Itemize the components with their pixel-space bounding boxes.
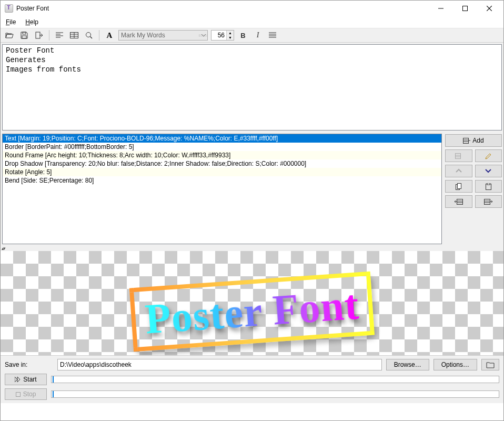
window-title: Poster Font	[16, 5, 49, 12]
bottom-panel: Save in: D:\Video\apps\discotheek Browse…	[1, 355, 503, 403]
browse-button[interactable]: Browse…	[386, 359, 429, 370]
chevron-up-icon	[456, 168, 462, 174]
toolbar-separator	[49, 30, 49, 41]
chevron-down-icon	[485, 168, 491, 174]
font-name-value: Mark My Words	[119, 32, 199, 39]
table-shift-left-icon	[455, 199, 463, 205]
app-icon	[5, 4, 13, 13]
table-right-button[interactable]	[475, 195, 502, 208]
effects-row[interactable]: Drop Shadow [Transparency: 20;No blur: f…	[3, 159, 441, 168]
toolbar: A Mark My Words 56 ▲▼ B I	[1, 28, 503, 43]
copy-icon	[456, 183, 462, 190]
align-justify-button[interactable]	[267, 29, 278, 41]
italic-icon: I	[257, 31, 259, 39]
table-left-button[interactable]	[445, 195, 472, 208]
align-justify-icon	[269, 32, 276, 38]
save-in-label: Save in:	[5, 361, 53, 368]
svg-rect-32	[457, 199, 462, 204]
svg-rect-1	[463, 6, 468, 11]
open-folder-button[interactable]	[481, 359, 499, 370]
pencil-icon	[485, 153, 492, 159]
effects-list[interactable]: Text [Margin: 19;Position: C;Font: Proci…	[2, 134, 442, 244]
poster-text: Poster Font	[144, 280, 361, 343]
stop-icon	[16, 392, 21, 397]
clipboard-icon	[486, 183, 491, 190]
edit-effect-button[interactable]	[475, 149, 502, 162]
zoom-button[interactable]	[83, 29, 95, 41]
exit-icon	[35, 32, 43, 39]
add-row-icon	[463, 138, 470, 144]
preview-canvas: Poster Font	[1, 251, 503, 355]
remove-effect-button[interactable]	[445, 149, 472, 162]
close-button[interactable]	[477, 1, 501, 16]
table-icon	[70, 32, 78, 38]
menu-help[interactable]: Help	[23, 17, 41, 27]
play-icon	[15, 377, 21, 382]
toolbar-separator	[99, 30, 99, 41]
save-path-input[interactable]: D:\Video\apps\discotheek	[57, 359, 382, 370]
spin-down-icon[interactable]: ▼	[227, 35, 234, 40]
italic-button[interactable]: I	[252, 29, 264, 41]
maximize-button[interactable]	[453, 1, 477, 16]
poster-frame: Poster Font	[129, 271, 375, 352]
folder-open-icon	[5, 32, 14, 39]
title-bar: Poster Font	[1, 1, 503, 16]
minimize-icon	[438, 6, 443, 11]
font-glyph-button[interactable]: A	[104, 29, 115, 41]
move-down-button[interactable]	[475, 165, 502, 177]
exit-button[interactable]	[33, 29, 45, 41]
folder-icon	[486, 362, 495, 368]
font-size-value: 56	[211, 31, 226, 40]
menu-bar: File Help	[1, 16, 503, 28]
stop-button[interactable]: Stop	[5, 388, 47, 400]
remove-row-icon	[455, 153, 462, 159]
copy-effect-button[interactable]	[445, 180, 472, 193]
spin-up-icon[interactable]: ▲	[227, 31, 234, 35]
font-glyph-icon: A	[107, 31, 113, 40]
svg-line-16	[90, 37, 93, 39]
progress-bar-2	[51, 390, 499, 398]
svg-rect-4	[23, 32, 26, 34]
insert-table-button[interactable]	[68, 29, 80, 41]
align-left-icon	[56, 32, 63, 38]
effects-row[interactable]: Border [BorderPaint: #00ffffff;BottomBor…	[3, 143, 441, 151]
svg-rect-6	[36, 32, 40, 38]
add-label: Add	[472, 137, 483, 144]
menu-file[interactable]: File	[4, 17, 18, 27]
move-up-button[interactable]	[445, 165, 472, 177]
align-left-button[interactable]	[54, 29, 65, 41]
svg-rect-38	[16, 392, 20, 396]
bold-button[interactable]: B	[237, 29, 249, 41]
svg-rect-25	[455, 153, 460, 158]
close-icon	[487, 6, 492, 11]
app-window: Poster Font File Help	[0, 0, 504, 421]
chevron-down-icon	[199, 34, 207, 37]
effects-buttons: Add	[445, 134, 502, 244]
effects-row[interactable]: Bend [Side: SE;Percentage: 80]	[3, 176, 441, 185]
text-editor[interactable]: Poster Font Generates Images from fonts	[2, 44, 502, 131]
progress-bar-1	[51, 376, 499, 383]
svg-rect-31	[487, 183, 490, 185]
effects-row[interactable]: Text [Margin: 19;Position: C;Font: Proci…	[3, 134, 441, 143]
font-name-combo[interactable]: Mark My Words	[118, 30, 208, 41]
add-effect-button[interactable]: Add	[445, 134, 502, 147]
splitter-handle[interactable]: ▴▾	[1, 246, 503, 251]
font-size-spinner[interactable]: 56 ▲▼	[211, 30, 234, 41]
grip-icon: ▴▾	[2, 246, 5, 251]
effects-row[interactable]: Rotate [Angle: 5]	[3, 168, 441, 176]
save-icon	[21, 32, 28, 39]
bold-icon: B	[240, 32, 245, 39]
minimize-button[interactable]	[429, 1, 453, 16]
save-button[interactable]	[18, 29, 30, 41]
open-button[interactable]	[4, 29, 15, 41]
svg-rect-21	[463, 138, 469, 143]
options-button[interactable]: Options…	[434, 359, 477, 370]
svg-rect-5	[22, 36, 26, 38]
maximize-icon	[462, 6, 468, 11]
paste-effect-button[interactable]	[475, 180, 502, 193]
effects-row[interactable]: Round Frame [Arc height: 10;Thickness: 8…	[3, 151, 441, 159]
svg-point-15	[86, 33, 91, 37]
start-button[interactable]: Start	[5, 374, 47, 385]
svg-rect-29	[457, 183, 461, 188]
table-shift-right-icon	[484, 199, 492, 205]
